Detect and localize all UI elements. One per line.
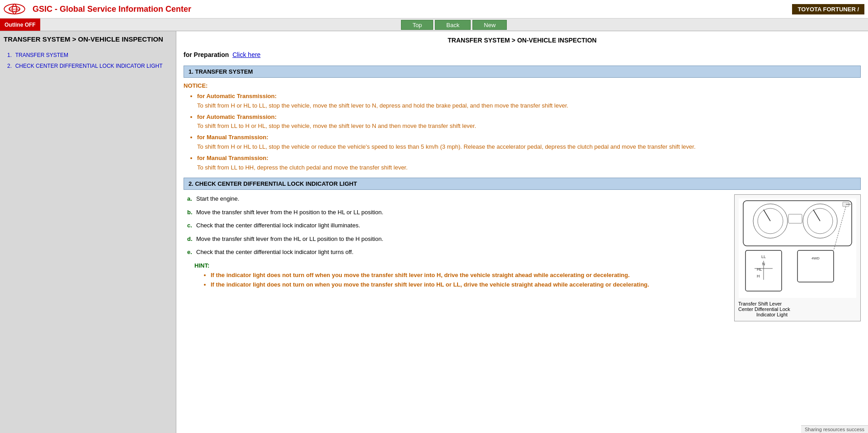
diagram-svg: LL N HL H 4WD (739, 198, 856, 298)
step-c: c. Check that the center differential lo… (187, 221, 727, 230)
svg-text:4WD: 4WD (811, 256, 820, 260)
sidebar-title: TRANSFER SYSTEM > ON-VEHICLE INSPECTION (4, 35, 172, 44)
step-d: d. Move the transfer shift lever from th… (187, 235, 727, 244)
sidebar-nav: 1. TRANSFER SYSTEM 2. CHECK CENTER DIFFE… (4, 51, 172, 70)
step-letter-d: d. (187, 235, 194, 244)
hint-item-0: If the indicator light does not turn off… (211, 271, 727, 280)
content: TRANSFER SYSTEM > ON-VEHICLE INSPECTION … (176, 31, 868, 433)
hint-item-1: If the indicator light does not turn on … (211, 280, 727, 290)
preparation-prefix: for Preparation (184, 51, 229, 58)
preparation-line: for Preparation Click here (184, 51, 861, 58)
content-heading: TRANSFER SYSTEM > ON-VEHICLE INSPECTION (184, 37, 861, 46)
notice-item-3: for Manual Transmission: To shift from L… (197, 154, 861, 173)
notice-text-3: To shift from LL to HH, depress the clut… (197, 164, 408, 171)
notice-text-1: To shift from LL to H or HL, stop the ve… (197, 122, 476, 129)
svg-line-11 (813, 210, 820, 221)
notice-text-2: To shift from H or HL to LL, stop the ve… (197, 143, 696, 150)
diagram-label2: Center Differential Lock (738, 306, 857, 312)
diagram-labels: Transfer Shift Lever Center Differential… (738, 301, 857, 317)
svg-text:H: H (757, 274, 760, 278)
step-text-c: Check that the center differential lock … (196, 221, 360, 230)
notice-bold-1: for Automatic Transmission: (197, 113, 277, 120)
notice-label: NOTICE: (184, 82, 861, 89)
section2-steps: a. Start the engine. b. Move the transfe… (184, 194, 727, 321)
sidebar-item-1[interactable]: 1. TRANSFER SYSTEM (7, 51, 172, 59)
svg-text:HL: HL (757, 267, 762, 272)
notice-bold-3: for Manual Transmission: (197, 155, 268, 161)
step-list: a. Start the engine. b. Move the transfe… (184, 194, 727, 257)
svg-rect-20 (797, 250, 834, 282)
svg-text:TOYOTA: TOYOTA (9, 8, 20, 11)
sidebar-link-1[interactable]: TRANSFER SYSTEM (15, 52, 68, 58)
notice-bold-2: for Manual Transmission: (197, 134, 268, 141)
diagram-label3: Indicator Light (738, 312, 857, 317)
sidebar-num-2: 2. (7, 63, 12, 69)
main-layout: TRANSFER SYSTEM > ON-VEHICLE INSPECTION … (0, 31, 868, 433)
notice-text-0: To shift from H or HL to LL, stop the ve… (197, 102, 568, 109)
new-button[interactable]: New (472, 20, 507, 30)
step-letter-e: e. (187, 248, 194, 257)
hint-list: If the indicator light does not turn off… (184, 271, 727, 290)
top-button[interactable]: Top (401, 20, 433, 30)
svg-text:LL: LL (761, 254, 766, 259)
step-text-d: Move the transfer shift lever from the H… (196, 235, 383, 244)
statusbar: Sharing resources success (801, 425, 868, 433)
notice-list: for Automatic Transmission: To shift fro… (184, 92, 861, 172)
step-e: e. Check that the center differential lo… (187, 248, 727, 257)
hint-label: HINT: (194, 262, 727, 269)
back-button[interactable]: Back (435, 20, 471, 30)
notice-item-2: for Manual Transmission: To shift from H… (197, 133, 861, 152)
step-text-e: Check that the center differential lock … (196, 248, 354, 257)
toyota-logo-svg: TOYOTA (4, 2, 25, 16)
step-text-b: Move the transfer shift lever from the H… (196, 208, 383, 217)
header: TOYOTA GSIC - Global Service Information… (0, 0, 868, 19)
svg-line-10 (764, 210, 770, 221)
gsic-title: GSIC - Global Service Information Center (33, 5, 792, 14)
step-letter-b: b. (187, 208, 194, 217)
vehicle-badge: TOYOTA FORTUNER / (792, 4, 864, 14)
step-letter-c: c. (187, 221, 194, 230)
diagram-label1: Transfer Shift Lever (738, 301, 857, 306)
step-a: a. Start the engine. (187, 194, 727, 203)
section1-header: 1. TRANSFER SYSTEM (184, 66, 861, 78)
notice-item-1: for Automatic Transmission: To shift fro… (197, 113, 861, 132)
status-text: Sharing resources success (805, 427, 864, 432)
preparation-link[interactable]: Click here (232, 51, 260, 58)
notice-item-0: for Automatic Transmission: To shift fro… (197, 92, 861, 111)
diagram-box: LL N HL H 4WD Transfer Shift Leve (734, 194, 861, 321)
navbar: Outline OFF Top Back New (0, 19, 868, 31)
section1-body: NOTICE: for Automatic Transmission: To s… (184, 82, 861, 172)
notice-bold-0: for Automatic Transmission: (197, 93, 277, 99)
sidebar-num-1: 1. (7, 52, 12, 58)
sidebar-item-2[interactable]: 2. CHECK CENTER DIFFERENTIAL LOCK INDICA… (7, 62, 172, 70)
step-letter-a: a. (187, 194, 194, 203)
section2-header: 2. CHECK CENTER DIFFERENTIAL LOCK INDICA… (184, 178, 861, 190)
outline-off-button[interactable]: Outline OFF (0, 19, 40, 31)
sidebar: TRANSFER SYSTEM > ON-VEHICLE INSPECTION … (0, 31, 176, 433)
step-text-a: Start the engine. (196, 194, 239, 203)
step-b: b. Move the transfer shift lever from th… (187, 208, 727, 217)
section2-body: a. Start the engine. b. Move the transfe… (184, 194, 861, 321)
toyota-logo: TOYOTA (4, 2, 25, 16)
sidebar-link-2[interactable]: CHECK CENTER DIFFERENTIAL LOCK INDICATOR… (15, 63, 163, 69)
svg-rect-9 (788, 214, 802, 223)
